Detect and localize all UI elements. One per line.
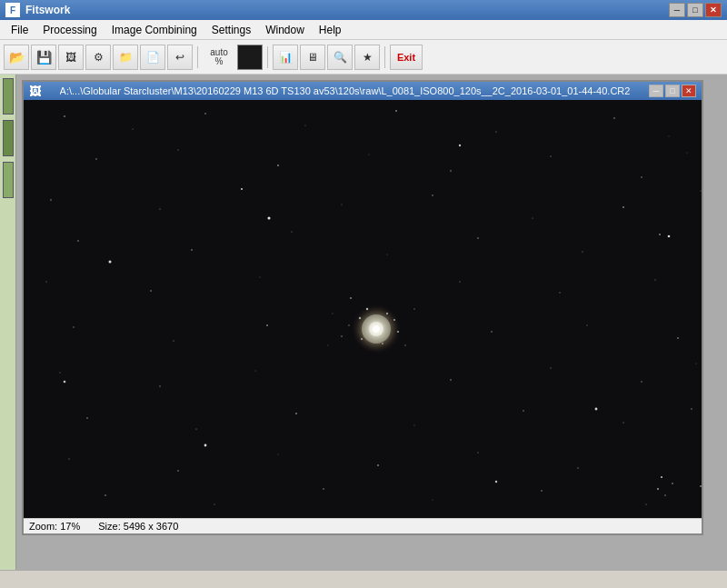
chart-icon: 📊 xyxy=(279,51,293,64)
menu-window[interactable]: Window xyxy=(258,20,312,39)
svg-point-1 xyxy=(64,115,65,117)
svg-point-24 xyxy=(701,191,702,192)
copy-icon: 📄 xyxy=(146,51,160,64)
svg-point-15 xyxy=(641,176,642,178)
svg-point-36 xyxy=(459,281,460,282)
svg-point-97 xyxy=(459,145,461,146)
svg-point-11 xyxy=(277,164,279,166)
color-selector[interactable] xyxy=(237,45,263,70)
svg-point-19 xyxy=(241,188,243,190)
svg-point-96 xyxy=(268,217,271,220)
svg-point-54 xyxy=(366,308,368,310)
svg-point-6 xyxy=(495,131,496,132)
svg-point-73 xyxy=(414,425,415,426)
svg-point-7 xyxy=(613,117,614,118)
svg-point-9 xyxy=(95,158,96,159)
svg-point-52 xyxy=(361,338,363,340)
auto-percent-control[interactable]: auto % xyxy=(203,48,235,66)
svg-point-20 xyxy=(342,204,343,205)
svg-point-42 xyxy=(266,324,268,326)
toolbar-btn-11[interactable]: ★ xyxy=(354,45,380,70)
svg-point-4 xyxy=(305,125,306,126)
svg-point-79 xyxy=(278,454,279,455)
toolbar: 📂 💾 🖼 ⚙ 📁 📄 ↩ auto % 📊 🖥 🔍 ★ Exit xyxy=(0,40,727,75)
close-button[interactable]: ✕ xyxy=(705,3,722,17)
image-window-icon: 🖼 xyxy=(29,85,41,98)
zoom-info: Zoom: 17% xyxy=(29,521,80,532)
svg-point-5 xyxy=(395,110,397,112)
svg-point-86 xyxy=(433,500,433,501)
image-window-maximize[interactable]: □ xyxy=(665,85,680,97)
svg-point-63 xyxy=(59,372,60,373)
display-icon: 🖥 xyxy=(307,51,318,64)
svg-point-81 xyxy=(477,452,478,453)
menu-file[interactable]: File xyxy=(4,20,35,39)
svg-point-87 xyxy=(541,490,542,491)
menu-help[interactable]: Help xyxy=(312,20,349,39)
svg-point-65 xyxy=(255,371,256,372)
app-statusbar xyxy=(0,570,727,588)
svg-point-25 xyxy=(77,240,78,241)
svg-point-72 xyxy=(295,413,297,414)
toolbar-btn-3[interactable]: 🖼 xyxy=(58,45,84,70)
svg-point-77 xyxy=(68,458,69,459)
menu-processing[interactable]: Processing xyxy=(35,20,104,39)
svg-point-16 xyxy=(687,153,688,154)
app-title-bar: F Fitswork ─ □ ✕ xyxy=(0,0,727,20)
svg-point-70 xyxy=(86,417,87,418)
svg-point-43 xyxy=(328,345,329,346)
svg-point-94 xyxy=(495,481,497,483)
svg-point-14 xyxy=(550,155,551,156)
image-window-close[interactable]: ✕ xyxy=(682,85,696,97)
svg-point-84 xyxy=(214,503,214,504)
svg-point-10 xyxy=(177,149,178,150)
svg-point-89 xyxy=(700,485,702,487)
toolbar-btn-8[interactable]: 📊 xyxy=(273,45,298,70)
maximize-button[interactable]: □ xyxy=(687,3,703,17)
side-panel-item-3 xyxy=(3,162,14,198)
undo-icon: ↩ xyxy=(175,51,184,64)
image-window-minimize[interactable]: ─ xyxy=(649,85,663,97)
zoom-icon: 🔍 xyxy=(334,51,347,64)
exit-button[interactable]: Exit xyxy=(390,45,423,70)
svg-point-66 xyxy=(450,379,451,380)
side-panel-item-2 xyxy=(3,120,14,156)
svg-point-30 xyxy=(582,251,583,252)
svg-point-53 xyxy=(348,324,350,326)
svg-point-90 xyxy=(109,261,112,264)
toolbar-btn-5[interactable]: 📁 xyxy=(113,45,138,70)
image-window-wrapper: 🖼 A:\...\Globular Starcluster\M13\201602… xyxy=(16,75,727,588)
svg-point-34 xyxy=(260,277,261,278)
svg-point-26 xyxy=(191,249,193,251)
toolbar-btn-7[interactable]: ↩ xyxy=(167,45,193,70)
toolbar-btn-6[interactable]: 📄 xyxy=(140,45,165,70)
svg-point-64 xyxy=(159,385,160,386)
svg-point-80 xyxy=(377,464,379,466)
svg-point-51 xyxy=(382,343,383,344)
auto-label: auto % xyxy=(210,48,227,66)
svg-point-56 xyxy=(404,344,405,345)
svg-point-69 xyxy=(696,364,697,364)
save-button[interactable]: 💾 xyxy=(31,45,56,70)
open-icon: 📂 xyxy=(9,50,25,65)
svg-point-85 xyxy=(323,488,324,490)
toolbar-btn-4[interactable]: ⚙ xyxy=(85,45,111,70)
svg-point-57 xyxy=(341,335,343,337)
menu-image-combining[interactable]: Image Combining xyxy=(105,20,204,39)
svg-point-41 xyxy=(173,340,174,341)
toolbar-btn-9[interactable]: 🖥 xyxy=(300,45,325,70)
svg-point-27 xyxy=(291,231,292,232)
side-panel-item-1 xyxy=(3,78,14,115)
open-button[interactable]: 📂 xyxy=(4,45,29,70)
toolbar-btn-10[interactable]: 🔍 xyxy=(327,45,353,70)
minimize-button[interactable]: ─ xyxy=(669,3,685,17)
svg-point-55 xyxy=(393,319,395,321)
svg-point-75 xyxy=(622,422,623,423)
astro-image[interactable] xyxy=(24,100,702,518)
svg-point-48 xyxy=(359,317,361,319)
size-info: Size: 5496 x 3670 xyxy=(98,521,178,532)
svg-point-91 xyxy=(595,408,598,411)
svg-point-2 xyxy=(132,128,133,129)
svg-point-99 xyxy=(664,494,666,496)
menu-settings[interactable]: Settings xyxy=(204,20,258,39)
